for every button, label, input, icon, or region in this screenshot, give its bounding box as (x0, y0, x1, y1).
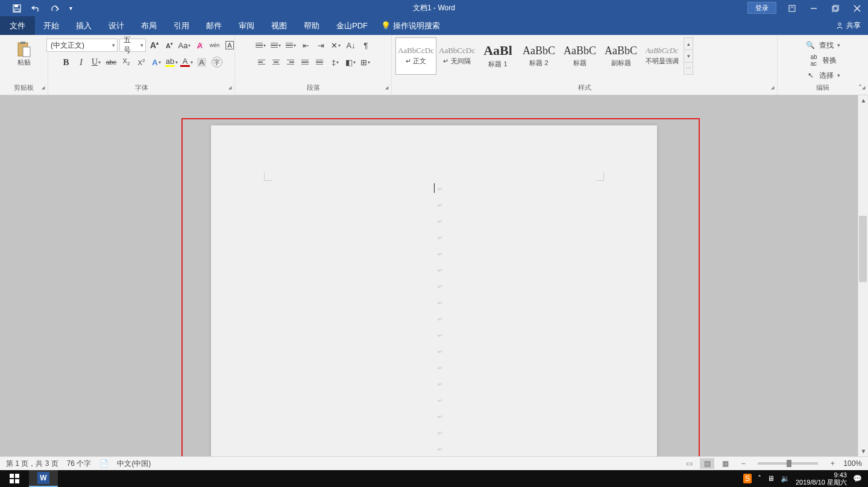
decrease-indent-button[interactable]: ⇤ (299, 39, 312, 52)
group-styles-label: 样式 (395, 82, 773, 95)
tab-insert[interactable]: 插入 (68, 16, 100, 35)
strikethrough-button[interactable]: abc (105, 55, 118, 69)
select-button[interactable]: ↖ 选择 ▾ (804, 69, 843, 82)
italic-button[interactable]: I (75, 55, 88, 69)
style-preview: AaBl (483, 44, 512, 57)
line-spacing-button[interactable]: ‡ (329, 55, 342, 69)
login-button[interactable]: 登录 (747, 2, 776, 14)
tell-me-search[interactable]: 💡 操作说明搜索 (376, 16, 445, 35)
maximize-button[interactable] (825, 0, 846, 16)
replace-button[interactable]: abac 替换 (807, 54, 839, 67)
font-name-combo[interactable]: (中文正文) (46, 39, 118, 52)
vertical-scrollbar[interactable]: ▲ ▼ (858, 95, 868, 456)
collapse-ribbon-button[interactable]: ˄ (855, 83, 866, 93)
notifications-icon[interactable]: 💬 (853, 474, 862, 483)
asian-layout-button[interactable]: ✕ (329, 39, 342, 52)
align-left-button[interactable] (254, 55, 269, 69)
shrink-font-button[interactable]: A▾ (163, 39, 176, 52)
document-page[interactable]: ↵↵↵↵↵↵↵↵↵↵↵↵↵↵↵↵↵↵ (211, 125, 657, 456)
read-mode-button[interactable]: ▭ (682, 458, 696, 469)
share-button[interactable]: 共享 (835, 20, 861, 31)
tab-design[interactable]: 设计 (100, 16, 133, 35)
subscript-button[interactable]: X2 (120, 55, 133, 69)
zoom-slider[interactable] (758, 462, 818, 465)
styles-gallery-scroll[interactable]: ▴▾⋯ (684, 37, 693, 75)
styles-more-icon[interactable]: ⋯ (684, 63, 693, 74)
highlight-color-button[interactable]: ab (165, 55, 178, 69)
bullets-button[interactable] (254, 39, 267, 52)
start-button[interactable] (0, 470, 29, 487)
show-hide-marks-button[interactable]: ¶ (359, 39, 373, 52)
style-card-标题 1[interactable]: AaBl标题 1 (477, 37, 518, 75)
find-button[interactable]: 🔍 查找 ▾ (804, 39, 843, 52)
paste-button[interactable]: 粘贴 (12, 40, 36, 68)
style-card-↵ 无间隔[interactable]: AaBbCcDc↵ 无间隔 (436, 37, 477, 75)
scroll-up-button[interactable]: ▲ (858, 95, 868, 105)
shading-button[interactable]: ◧ (344, 55, 357, 69)
page-indicator[interactable]: 第 1 页，共 3 页 (6, 459, 58, 469)
word-count[interactable]: 76 个字 (67, 459, 92, 469)
style-card-标题 2[interactable]: AaBbC标题 2 (518, 37, 559, 75)
text-effects-button[interactable]: A (150, 55, 163, 69)
increase-indent-button[interactable]: ⇥ (314, 39, 327, 52)
tab-layout[interactable]: 布局 (133, 16, 165, 35)
tab-home[interactable]: 开始 (35, 16, 68, 35)
align-justify-button[interactable] (298, 55, 312, 69)
tray-chevron-icon[interactable]: ˄ (758, 474, 761, 483)
zoom-out-button[interactable]: − (736, 458, 750, 469)
print-layout-button[interactable]: ▤ (700, 458, 714, 469)
character-shading-button[interactable]: A (195, 55, 209, 69)
align-distributed-button[interactable] (312, 55, 327, 69)
proofing-icon[interactable]: 📄 (99, 459, 108, 468)
zoom-slider-thumb[interactable] (787, 460, 791, 467)
enclose-characters-button[interactable]: 字 (210, 55, 224, 69)
style-card-↵ 正文[interactable]: AaBbCcDc↵ 正文 (395, 37, 436, 75)
borders-button[interactable]: ⊞ (359, 55, 372, 69)
redo-button[interactable] (46, 0, 65, 16)
grow-font-button[interactable]: A▴ (148, 39, 161, 52)
styles-down-icon[interactable]: ▾ (684, 50, 693, 62)
style-card-不明显强调[interactable]: AaBbCcDc不明显强调 (641, 37, 682, 75)
underline-button[interactable]: U (90, 55, 103, 69)
tab-review[interactable]: 审阅 (230, 16, 263, 35)
ribbon-display-options[interactable] (781, 0, 803, 16)
scroll-down-button[interactable]: ▼ (858, 446, 868, 456)
phonetic-guide-button[interactable]: wén (208, 39, 221, 52)
tab-help[interactable]: 帮助 (295, 16, 328, 35)
numbering-button[interactable] (269, 39, 282, 52)
clear-formatting-button[interactable]: A̷ (193, 39, 206, 52)
taskbar-word-button[interactable]: W (29, 470, 58, 487)
tab-view[interactable]: 视图 (263, 16, 295, 35)
web-layout-button[interactable]: ▦ (718, 458, 732, 469)
qat-customize[interactable]: ▾ (65, 0, 76, 16)
language-indicator[interactable]: 中文(中国) (117, 459, 151, 469)
tab-jinshan-pdf[interactable]: 金山PDF (328, 16, 376, 35)
change-case-button[interactable]: Aa (178, 39, 191, 52)
zoom-level[interactable]: 100% (843, 459, 862, 468)
character-border-button[interactable]: A (223, 39, 236, 52)
network-icon[interactable]: 🖥 (767, 474, 775, 483)
tab-file[interactable]: 文件 (0, 16, 35, 35)
align-center-button[interactable] (269, 55, 283, 69)
tab-references[interactable]: 引用 (165, 16, 198, 35)
minimize-button[interactable] (803, 0, 825, 16)
styles-up-icon[interactable]: ▴ (684, 38, 693, 50)
close-button[interactable] (846, 0, 868, 16)
taskbar-clock[interactable]: 9:43 2019/8/10 星期六 (796, 471, 847, 486)
save-button[interactable] (7, 0, 27, 16)
style-card-副标题[interactable]: AaBbC副标题 (600, 37, 641, 75)
multilevel-list-button[interactable] (284, 39, 297, 52)
align-right-button[interactable] (283, 55, 298, 69)
undo-button[interactable] (27, 0, 46, 16)
bold-button[interactable]: B (60, 55, 73, 69)
tab-mailings[interactable]: 邮件 (198, 16, 230, 35)
font-color-button[interactable]: A (180, 55, 193, 69)
font-size-combo[interactable]: 五号 (119, 39, 146, 52)
sort-button[interactable]: A↓ (344, 39, 357, 52)
zoom-in-button[interactable]: + (825, 458, 840, 469)
volume-icon[interactable]: 🔉 (781, 474, 790, 483)
sogou-ime-icon[interactable]: S (743, 474, 752, 483)
superscript-button[interactable]: X2 (135, 55, 148, 69)
scroll-thumb[interactable] (859, 216, 867, 282)
style-card-标题[interactable]: AaBbC标题 (559, 37, 600, 75)
